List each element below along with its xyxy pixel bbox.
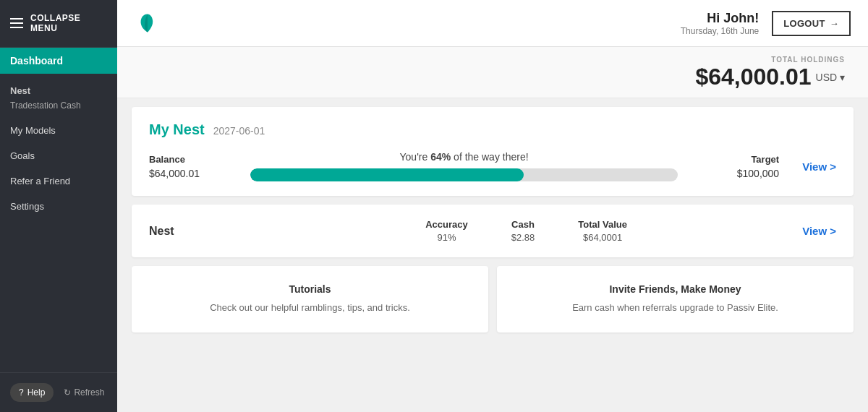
collapse-menu-button[interactable]: COLLAPSE MENU — [0, 0, 117, 48]
nest-title-row: My Nest 2027-06-01 — [149, 121, 836, 138]
passiv-logo — [135, 10, 161, 36]
invite-friends-title: Invite Friends, Make Money — [517, 283, 833, 295]
nest-stats-row: Nest Accuracy 91% Cash $2.88 Total Value… — [149, 219, 836, 243]
hamburger-icon — [10, 18, 23, 28]
nest-card-date: 2027-06-01 — [213, 125, 265, 137]
progress-bar-bg — [250, 168, 678, 181]
cash-label: Cash — [511, 219, 535, 230]
holdings-bar: TOTAL HOLDINGS $64,000.01 USD ▾ — [117, 47, 868, 98]
progress-text: You're 64% of the way there! — [400, 151, 529, 163]
balance-col: Balance $64,000.01 — [149, 154, 236, 179]
invite-friends-card[interactable]: Invite Friends, Make Money Earn cash whe… — [497, 266, 854, 332]
content-area: TOTAL HOLDINGS $64,000.01 USD ▾ My Nest … — [117, 47, 868, 412]
holdings-currency: USD ▾ — [816, 72, 845, 83]
tutorials-card[interactable]: Tutorials Check out our helpful rambling… — [132, 266, 488, 332]
refresh-button[interactable]: ↻ Refresh — [64, 387, 104, 398]
target-col: Target $100,000 — [692, 154, 779, 179]
nest-stats-view-link[interactable]: View > — [802, 225, 836, 237]
total-value-stat: Total Value $64,0001 — [578, 219, 627, 243]
help-button[interactable]: ? Help — [10, 383, 54, 402]
logout-icon: → — [830, 18, 839, 29]
holdings-value: $64,000.01 USD ▾ — [140, 64, 845, 90]
accuracy-value: 91% — [425, 232, 468, 243]
nest-card-title: My Nest — [149, 121, 205, 138]
main-content: Hi John! Thursday, 16th June LOGOUT → TO… — [117, 0, 868, 412]
balance-label: Balance — [149, 154, 236, 165]
sidebar-tradestation[interactable]: Tradestation Cash — [0, 99, 117, 118]
invite-friends-text: Earn cash when referrals upgrade to Pass… — [517, 301, 833, 315]
total-value-value: $64,0001 — [578, 232, 627, 243]
greeting-text: Hi John! — [681, 11, 760, 26]
collapse-label: COLLAPSE MENU — [30, 13, 80, 34]
total-value-label: Total Value — [578, 219, 627, 230]
progress-col: You're 64% of the way there! — [236, 151, 692, 181]
sidebar-item-dashboard[interactable]: Dashboard — [0, 48, 117, 74]
nest-stats-card: Nest Accuracy 91% Cash $2.88 Total Value… — [132, 205, 854, 257]
bottom-cards-row: Tutorials Check out our helpful rambling… — [132, 266, 854, 332]
sidebar-nest-label: Nest — [0, 74, 117, 99]
sidebar-item-settings[interactable]: Settings — [0, 194, 117, 219]
holdings-label: TOTAL HOLDINGS — [140, 56, 845, 64]
question-icon: ? — [19, 387, 24, 398]
accuracy-label: Accuracy — [425, 219, 468, 230]
my-nest-card: My Nest 2027-06-01 Balance $64,000.01 Yo… — [132, 107, 854, 196]
progress-bar-fill — [250, 168, 524, 181]
header-right: Hi John! Thursday, 16th June LOGOUT → — [681, 11, 851, 36]
target-value: $100,000 — [692, 168, 779, 179]
tutorials-title: Tutorials — [152, 283, 468, 295]
logo-area — [135, 10, 161, 36]
balance-value: $64,000.01 — [149, 168, 236, 179]
currency-dropdown-icon[interactable]: ▾ — [840, 72, 845, 83]
refresh-icon: ↻ — [64, 387, 71, 398]
cash-stat: Cash $2.88 — [511, 219, 535, 243]
sidebar-footer: ? Help ↻ Refresh — [0, 372, 117, 412]
date-text: Thursday, 16th June — [681, 26, 760, 36]
sidebar-item-refer-a-friend[interactable]: Refer a Friend — [0, 168, 117, 194]
top-header: Hi John! Thursday, 16th June LOGOUT → — [117, 0, 868, 47]
sidebar-item-goals[interactable]: Goals — [0, 143, 117, 168]
nest-progress-row: Balance $64,000.01 You're 64% of the way… — [149, 151, 836, 181]
greeting-block: Hi John! Thursday, 16th June — [681, 11, 760, 36]
target-label: Target — [692, 154, 779, 165]
cash-value: $2.88 — [511, 232, 535, 243]
sidebar-item-my-models[interactable]: My Models — [0, 118, 117, 143]
stats-group: Accuracy 91% Cash $2.88 Total Value $64,… — [250, 219, 802, 243]
nest-stats-name: Nest — [149, 225, 250, 238]
tutorials-text: Check out our helpful ramblings, tips, a… — [152, 301, 468, 315]
my-nest-view-link[interactable]: View > — [802, 160, 836, 173]
logout-button[interactable]: LOGOUT → — [772, 11, 851, 36]
accuracy-stat: Accuracy 91% — [425, 219, 468, 243]
sidebar: COLLAPSE MENU Dashboard Nest Tradestatio… — [0, 0, 117, 412]
